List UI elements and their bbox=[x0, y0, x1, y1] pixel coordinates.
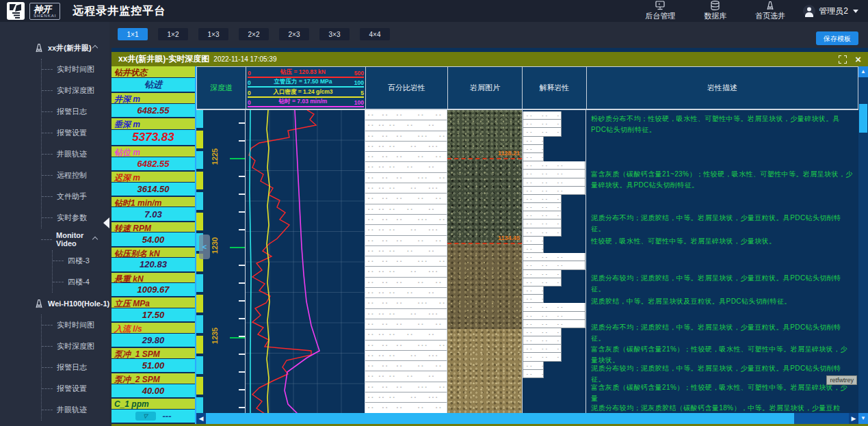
grid-layout-button-2x2[interactable]: 2×2 bbox=[239, 28, 269, 40]
interp-lith-block: -- -- -- bbox=[523, 219, 562, 228]
panel-collapse-button[interactable]: < bbox=[199, 235, 210, 259]
sidebar-item-报警设置[interactable]: 报警设置 bbox=[42, 378, 109, 399]
horizontal-scrollbar[interactable]: ◀ ▶ bbox=[196, 413, 858, 424]
interp-lith-block: -- -- -- bbox=[523, 253, 586, 261]
sidebar-item-实时参数[interactable]: 实时参数 bbox=[42, 207, 109, 228]
top-nav: 后台管理数据库首页选井 bbox=[645, 1, 785, 21]
save-template-button[interactable]: 保存模板 bbox=[816, 31, 858, 45]
sidebar-group-1[interactable]: Monitor Video bbox=[41, 228, 109, 250]
vertical-scroll-thumb[interactable] bbox=[859, 104, 867, 133]
legend-max: 500 bbox=[349, 70, 364, 77]
interp-lith-block: -- -- -- bbox=[523, 153, 544, 161]
grid-layout-button-1x2[interactable]: 1×2 bbox=[158, 28, 188, 40]
interp-lith-block: -- -- -- bbox=[523, 261, 586, 269]
activity-block bbox=[196, 377, 203, 395]
lith-percent-row: -- -- -- --- --- -- -- -- bbox=[365, 256, 447, 267]
interp-lith-block: -- -- -- bbox=[523, 111, 562, 120]
param-value-text: 17.50 bbox=[142, 310, 165, 320]
chevron-down-icon bbox=[853, 10, 858, 13]
lith-percent-row: -- -- -- -- -- -- -- -- -- bbox=[365, 152, 447, 162]
nav-item-well-select[interactable]: 首页选井 bbox=[755, 1, 785, 21]
curve-legend: 0钻压 = 120.83 kN5000立管压力 = 17.50 MPa1000入… bbox=[246, 66, 365, 109]
sidebar-well-0[interactable]: xx井(新井眼) bbox=[0, 37, 109, 59]
nav-item-database[interactable]: 数据库 bbox=[704, 1, 726, 21]
curves-track: < bbox=[246, 110, 365, 414]
sidebar-item-报警日志[interactable]: 报警日志 bbox=[42, 357, 109, 378]
sidebar-item-报警设置[interactable]: 报警设置 bbox=[42, 122, 109, 144]
sidebar-item-四楼-4[interactable]: 四楼-4 bbox=[53, 271, 109, 293]
grid-layout-button-3x3[interactable]: 3×3 bbox=[319, 28, 350, 40]
legend-row-钻时[interactable]: 0钻时 = 7.03 min/m100 bbox=[248, 98, 364, 107]
tree-dash bbox=[42, 388, 53, 389]
activity-block bbox=[196, 192, 203, 210]
activity-block bbox=[196, 110, 203, 128]
close-icon[interactable]: × bbox=[855, 55, 861, 64]
sidebar-item-远程控制[interactable]: 远程控制 bbox=[42, 165, 109, 186]
expand-icon[interactable] bbox=[839, 55, 847, 64]
depth-tick-label: 1225 bbox=[211, 148, 219, 165]
sidebar-item-井眼轨迹[interactable]: 井眼轨迹 bbox=[42, 399, 109, 421]
param-label: 泵冲_2 SPM bbox=[111, 373, 195, 384]
scroll-up-icon[interactable]: ▲ bbox=[858, 66, 868, 77]
sidebar-item-实时时间图[interactable]: 实时时间图 bbox=[42, 59, 109, 80]
lith-description-paragraph: 性较硬，吸水性、可塑性中等。岩屑呈碎块状，少量块状。 bbox=[591, 236, 853, 247]
depth-tick-minor bbox=[239, 176, 245, 177]
activity-block bbox=[196, 315, 203, 333]
legend-min: 0 bbox=[248, 90, 257, 96]
param-value: 51.00 bbox=[111, 359, 195, 372]
interp-lith-block: -- -- -- bbox=[523, 278, 562, 287]
depth-tick-minor bbox=[239, 229, 245, 230]
legend-row-立管压力[interactable]: 0立管压力 = 17.50 MPa100 bbox=[248, 78, 364, 88]
param-value: 3614.50 bbox=[111, 183, 195, 196]
sidebar-item-井眼轨迹[interactable]: 井眼轨迹 bbox=[42, 144, 109, 165]
depth-tick-minor bbox=[239, 371, 245, 373]
activity-block bbox=[196, 131, 203, 148]
sidebar-well-2[interactable]: Wei-H100(Hole-1) bbox=[0, 293, 109, 315]
sidebar-item-文件助手[interactable]: 文件助手 bbox=[42, 186, 109, 207]
legend-name-value: 立管压力 = 17.50 MPa bbox=[257, 78, 349, 86]
sidebar-item-报警日志[interactable]: 报警日志 bbox=[42, 101, 109, 122]
shenkai-logo-icon bbox=[7, 2, 25, 20]
user-menu[interactable]: 管理员2 bbox=[803, 5, 858, 17]
lith-percent-track: -- -- -- -- -- -- -- -- ---- -- -- -- --… bbox=[365, 110, 447, 414]
param-value-text: 120.83 bbox=[140, 259, 167, 269]
grid-layout-button-4x4[interactable]: 4×4 bbox=[360, 28, 390, 40]
vertical-scrollbar[interactable]: ▲ ▼ bbox=[858, 66, 868, 424]
chevron-up-icon[interactable] bbox=[92, 237, 98, 242]
lith-description-paragraph: 泥质分布不均；泥质胶结，中等。岩屑呈块状，少量豆粒状。具PDC钻头切削特征。 bbox=[591, 213, 853, 235]
sidebar-item-四楼-3[interactable]: 四楼-3 bbox=[53, 250, 109, 271]
sidebar-collapse-arrow[interactable] bbox=[103, 217, 109, 228]
sidebar-item-实时深度图[interactable]: 实时深度图 bbox=[42, 336, 109, 357]
legend-row-钻压[interactable]: 0钻压 = 120.83 kN500 bbox=[248, 68, 364, 78]
column-header-lith-percent: 百分比岩性 bbox=[365, 66, 447, 109]
param-dropdown-button[interactable]: ▽ bbox=[135, 412, 156, 421]
sidebar-item-实时深度图[interactable]: 实时深度图 bbox=[42, 80, 109, 101]
scroll-left-icon[interactable]: ◀ bbox=[196, 413, 206, 424]
param-row-垂深: 垂深 m5373.83 bbox=[111, 118, 195, 146]
chart-body: 122512301235 < -- -- -- -- -- -- -- -- -… bbox=[196, 109, 858, 413]
interp-lith-block: -- -- -- bbox=[523, 161, 586, 170]
param-value-text: 3614.50 bbox=[137, 184, 170, 194]
lith-percent-row: -- -- -- -- -- -- -- -- -- bbox=[365, 120, 447, 131]
well-tree: xx井(新井眼)实时时间图实时深度图报警日志报警设置井眼轨迹远程控制文件助手实时… bbox=[0, 22, 109, 421]
lith-description-paragraph: 泥质分布较均；泥质胶结，中等。岩屑呈块状，少量豆粒状。具PDC钻头切削特征。 bbox=[591, 273, 853, 295]
lith-percent-row: -- -- -- -- -- -- -- -- -- bbox=[365, 319, 447, 330]
grid-layout-button-1x1[interactable]: 1×1 bbox=[118, 28, 148, 40]
scroll-down-icon[interactable]: ▼ bbox=[858, 413, 868, 424]
param-value-text: 钻进 bbox=[144, 79, 162, 91]
grid-layout-button-2x3[interactable]: 2×3 bbox=[279, 28, 309, 40]
chevron-up-icon[interactable] bbox=[92, 45, 98, 51]
sidebar-item-label: 实时深度图 bbox=[57, 85, 94, 96]
curves-plot bbox=[246, 110, 365, 414]
sidebar-item-实时时间图[interactable]: 实时时间图 bbox=[42, 315, 109, 336]
scroll-right-icon[interactable]: ▶ bbox=[849, 413, 858, 424]
column-header-lith-description: 岩性描述 bbox=[586, 66, 858, 109]
tree-dash bbox=[41, 239, 52, 240]
depth-tick-major bbox=[230, 247, 245, 248]
grid-layout-button-1x3[interactable]: 1×3 bbox=[198, 28, 228, 40]
nav-item-admin[interactable]: 后台管理 bbox=[645, 1, 675, 21]
horizontal-scroll-thumb[interactable] bbox=[206, 413, 794, 424]
brand-text: 神开 SHENKAI bbox=[29, 3, 60, 20]
legend-row-入口密度[interactable]: 0入口密度 = 1.24 g/cm35 bbox=[248, 88, 364, 98]
lith-percent-row: -- -- -- -- -- -- -- -- -- bbox=[365, 371, 447, 382]
